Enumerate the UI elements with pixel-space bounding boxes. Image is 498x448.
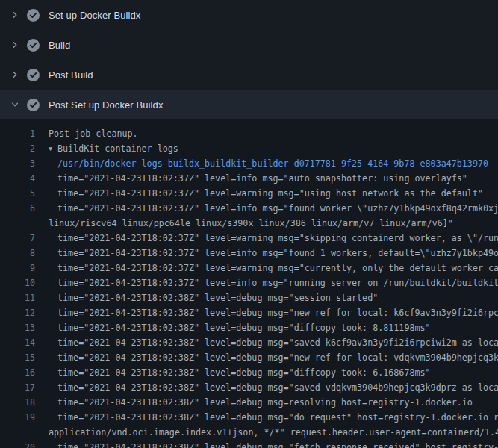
log-line: 3/usr/bin/docker logs buildx_buildkit_bu…	[0, 156, 498, 171]
line-number[interactable]: 3	[0, 156, 35, 171]
log-line-continuation: application/vnd.oci.image.index.v1+json,…	[0, 425, 498, 440]
chevron-down-icon	[10, 100, 19, 109]
log-text: time="2021-04-23T18:02:37Z" level=warnin…	[35, 261, 498, 276]
log-line: 8time="2021-04-23T18:02:37Z" level=info …	[0, 246, 498, 261]
log-line: 18time="2021-04-23T18:02:38Z" level=debu…	[0, 395, 498, 410]
step-label: Post Build	[49, 69, 93, 81]
line-number[interactable]: 9	[0, 261, 35, 276]
line-number[interactable]: 20	[0, 440, 35, 448]
triangle-down-icon: ▼	[49, 141, 57, 156]
log-text: time="2021-04-23T18:02:38Z" level=debug …	[35, 440, 498, 448]
log-text: time="2021-04-23T18:02:38Z" level=debug …	[35, 380, 498, 395]
log-line: 5time="2021-04-23T18:02:37Z" level=warni…	[0, 186, 498, 201]
log-command-text: /usr/bin/docker logs buildx_buildkit_bui…	[35, 156, 488, 171]
log-line: 7time="2021-04-23T18:02:37Z" level=warni…	[0, 231, 498, 246]
log-text: time="2021-04-23T18:02:38Z" level=debug …	[35, 365, 431, 380]
line-number[interactable]: 1	[0, 126, 35, 141]
log-text: application/vnd.oci.image.index.v1+json,…	[35, 425, 498, 440]
chevron-right-icon	[10, 40, 19, 49]
line-number[interactable]: 18	[0, 395, 35, 410]
line-number[interactable]: 7	[0, 231, 35, 246]
log-line: 17time="2021-04-23T18:02:38Z" level=debu…	[0, 380, 498, 395]
step-row[interactable]: Post Build	[0, 60, 498, 90]
log-text: time="2021-04-23T18:02:38Z" level=debug …	[35, 335, 498, 350]
log-line: 16time="2021-04-23T18:02:38Z" level=debu…	[0, 365, 498, 380]
step-row[interactable]: Post Set up Docker Buildx	[0, 90, 498, 119]
check-circle-icon	[27, 9, 40, 22]
log-view: 1Post job cleanup.2▼BuildKit container l…	[0, 119, 498, 448]
log-line: 11time="2021-04-23T18:02:38Z" level=debu…	[0, 290, 498, 305]
log-line: 15time="2021-04-23T18:02:38Z" level=debu…	[0, 350, 498, 365]
line-number[interactable]: 16	[0, 365, 35, 380]
log-text: linux/riscv64 linux/ppc64le linux/s390x …	[35, 216, 453, 231]
log-line: 14time="2021-04-23T18:02:38Z" level=debu…	[0, 335, 498, 350]
log-line: 20time="2021-04-23T18:02:38Z" level=debu…	[0, 440, 498, 448]
log-text: time="2021-04-23T18:02:37Z" level=info m…	[35, 201, 498, 216]
check-circle-icon	[27, 39, 40, 52]
log-line: 10time="2021-04-23T18:02:37Z" level=info…	[0, 276, 498, 290]
log-line: 2▼BuildKit container logs	[0, 141, 498, 156]
line-number	[0, 425, 35, 440]
line-number[interactable]: 4	[0, 171, 35, 186]
line-number[interactable]: 17	[0, 380, 35, 395]
line-number[interactable]: 14	[0, 335, 35, 350]
group-label: BuildKit container logs	[57, 143, 178, 154]
log-text: time="2021-04-23T18:02:37Z" level=warnin…	[35, 231, 498, 246]
line-number[interactable]: 13	[0, 320, 35, 335]
check-circle-icon	[27, 69, 40, 81]
line-number[interactable]: 19	[0, 410, 35, 425]
line-number[interactable]: 5	[0, 186, 35, 201]
check-circle-icon	[27, 99, 40, 111]
log-line: 4time="2021-04-23T18:02:37Z" level=info …	[0, 171, 498, 186]
step-label: Post Set up Docker Buildx	[49, 99, 164, 111]
step-row[interactable]: Set up Docker Buildx	[0, 0, 498, 30]
log-text: time="2021-04-23T18:02:37Z" level=info m…	[35, 171, 467, 186]
log-line: 19time="2021-04-23T18:02:38Z" level=debu…	[0, 410, 498, 425]
chevron-right-icon	[10, 70, 19, 79]
log-line: 13time="2021-04-23T18:02:38Z" level=debu…	[0, 320, 498, 335]
log-line: 6time="2021-04-23T18:02:37Z" level=info …	[0, 201, 498, 216]
line-number[interactable]: 12	[0, 305, 35, 320]
log-group-toggle[interactable]: ▼BuildKit container logs	[35, 141, 178, 156]
line-number[interactable]: 2	[0, 141, 35, 156]
line-number[interactable]: 8	[0, 246, 35, 261]
log-line-continuation: linux/riscv64 linux/ppc64le linux/s390x …	[0, 216, 498, 231]
log-text: time="2021-04-23T18:02:38Z" level=debug …	[35, 320, 431, 335]
line-number[interactable]: 6	[0, 201, 35, 216]
log-text: time="2021-04-23T18:02:38Z" level=debug …	[35, 410, 498, 425]
log-text: time="2021-04-23T18:02:37Z" level=info m…	[35, 276, 498, 290]
step-label: Build	[49, 40, 70, 51]
log-line: 9time="2021-04-23T18:02:37Z" level=warni…	[0, 261, 498, 276]
line-number[interactable]: 11	[0, 290, 35, 305]
step-label: Set up Docker Buildx	[49, 10, 140, 21]
line-number[interactable]: 15	[0, 350, 35, 365]
log-line: 12time="2021-04-23T18:02:38Z" level=debu…	[0, 305, 498, 320]
log-text: time="2021-04-23T18:02:38Z" level=debug …	[35, 290, 378, 305]
step-row[interactable]: Build	[0, 30, 498, 60]
log-text: time="2021-04-23T18:02:38Z" level=debug …	[35, 350, 498, 365]
log-text: time="2021-04-23T18:02:37Z" level=info m…	[35, 246, 498, 261]
line-number	[0, 216, 35, 231]
log-text: time="2021-04-23T18:02:37Z" level=warnin…	[35, 186, 483, 201]
chevron-right-icon	[10, 10, 19, 19]
steps-list: Set up Docker BuildxBuildPost BuildPost …	[0, 0, 498, 119]
log-line: 1Post job cleanup.	[0, 126, 498, 141]
log-text: time="2021-04-23T18:02:38Z" level=debug …	[35, 305, 498, 320]
log-text: time="2021-04-23T18:02:38Z" level=debug …	[35, 395, 473, 410]
line-number[interactable]: 10	[0, 276, 35, 290]
log-text: Post job cleanup.	[35, 126, 138, 141]
